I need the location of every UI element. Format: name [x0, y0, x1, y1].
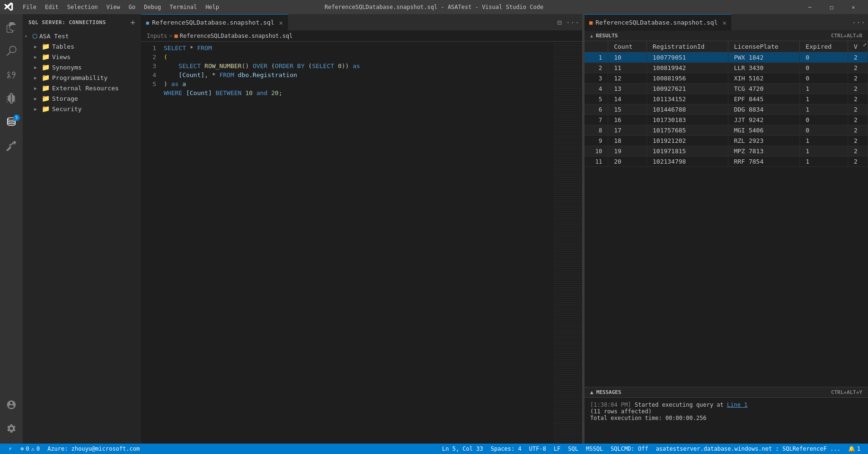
- editor-tab-label: ReferenceSQLDatabase.snapshot.sql: [152, 19, 274, 26]
- external-resources-arrow: ▶: [34, 86, 42, 91]
- results-tab-active[interactable]: ■ ReferenceSQLDatabase.snapshot.sql ✕: [585, 14, 731, 31]
- status-bar: ⚡ ⊗ 0 ⚠ 0 Azure: zhouyu@microsoft.com Ln…: [0, 444, 868, 454]
- breadcrumb-file-label[interactable]: ReferenceSQLDatabase.snapshot.sql: [180, 33, 292, 39]
- activity-badge: 5: [13, 114, 20, 121]
- status-encoding-btn[interactable]: UTF-8: [525, 444, 550, 454]
- minimize-button[interactable]: ─: [799, 0, 821, 14]
- editor-tab-active[interactable]: ◼ ReferenceSQLDatabase.snapshot.sql ✕: [141, 14, 288, 31]
- status-remote-btn[interactable]: ⚡: [4, 444, 17, 454]
- status-db-type-btn[interactable]: MSSQL: [582, 444, 607, 454]
- activity-source-control[interactable]: [0, 63, 23, 86]
- results-table-container[interactable]: Count RegistrationId LicensePlate Expire…: [585, 41, 868, 387]
- msg-line-link[interactable]: Line 1: [727, 402, 747, 408]
- sidebar-item-views[interactable]: ▶ 📁 Views: [30, 52, 141, 62]
- table-row[interactable]: 2 11 100819942 LLR 3430 0 2: [585, 63, 868, 73]
- more-actions-button[interactable]: ···: [567, 17, 578, 28]
- activity-sql-server[interactable]: 5: [0, 111, 23, 133]
- results-section-header: ▲ RESULTS CTRL+ALT+R: [585, 31, 868, 41]
- expand-col-icon[interactable]: ⤢: [863, 42, 867, 47]
- cell-rownum: 1: [585, 52, 608, 63]
- results-section-title: RESULTS: [596, 33, 618, 39]
- security-arrow: ▶: [34, 106, 42, 112]
- sidebar-item-storage[interactable]: ▶ 📁 Storage: [30, 93, 141, 104]
- activity-search[interactable]: [0, 40, 23, 62]
- activity-explorer[interactable]: [0, 16, 23, 39]
- status-language-btn[interactable]: SQL: [564, 444, 582, 454]
- activity-account[interactable]: [0, 393, 23, 416]
- col-header-v[interactable]: V ⤢: [848, 41, 868, 52]
- cell-registrationid: 101971815: [647, 146, 728, 157]
- menu-file[interactable]: File: [19, 2, 40, 12]
- activity-extensions[interactable]: [0, 134, 23, 157]
- results-tab-close-btn[interactable]: ✕: [723, 19, 726, 26]
- table-row[interactable]: 6 15 101446788 DDG 8834 1 2: [585, 105, 868, 115]
- col-header-expired[interactable]: Expired: [800, 41, 848, 52]
- status-eol-btn[interactable]: LF: [550, 444, 564, 454]
- cell-count: 12: [608, 73, 647, 84]
- sql-file-icon: ◼: [146, 19, 149, 26]
- cell-count: 10: [608, 52, 647, 63]
- results-panel: ■ ReferenceSQLDatabase.snapshot.sql ✕ ··…: [584, 14, 868, 444]
- editor-tab-close[interactable]: ✕: [279, 19, 283, 26]
- database-icon: ⬡: [32, 33, 37, 40]
- table-row[interactable]: 7 16 101730183 JJT 9242 0 2: [585, 115, 868, 125]
- cell-licenseplate: TCG 4720: [728, 84, 800, 94]
- window-controls: ─ □ ✕: [799, 0, 864, 14]
- cell-count: 11: [608, 63, 647, 73]
- cell-licenseplate: RRF 7854: [728, 157, 800, 167]
- tree-root[interactable]: ▾ ⬡ ASA Test: [23, 31, 141, 41]
- add-connection-button[interactable]: +: [131, 18, 135, 27]
- cell-v: 2: [848, 115, 868, 125]
- sidebar-item-programmability[interactable]: ▶ 📁 Programmability: [30, 72, 141, 83]
- status-server-btn[interactable]: asatestserver.database.windows.net : SQL…: [652, 444, 844, 454]
- sidebar-item-synonyms[interactable]: ▶ 📁 Synonyms: [30, 62, 141, 72]
- close-button[interactable]: ✕: [842, 0, 864, 14]
- split-editor-button[interactable]: ⊟: [554, 17, 565, 28]
- table-row[interactable]: 4 13 100927621 TCG 4720 1 2: [585, 84, 868, 94]
- table-row[interactable]: 5 14 101134152 EPF 8445 1 2: [585, 94, 868, 105]
- sidebar-item-security[interactable]: ▶ 📁 Security: [30, 104, 141, 114]
- cell-registrationid: 101730183: [647, 115, 728, 125]
- status-spaces-btn[interactable]: Spaces: 4: [487, 444, 525, 454]
- sidebar-item-tables[interactable]: ▶ 📁 Tables: [30, 41, 141, 52]
- sidebar-item-external-resources[interactable]: ▶ 📁 External Resources: [30, 83, 141, 93]
- table-row[interactable]: 10 19 101971815 MPZ 7813 1 2: [585, 146, 868, 157]
- breadcrumb-inputs[interactable]: Inputs: [147, 33, 167, 39]
- status-errors-btn[interactable]: ⊗ 0 ⚠ 0: [17, 444, 44, 454]
- menu-terminal[interactable]: Terminal: [166, 2, 201, 12]
- col-header-count[interactable]: Count: [608, 41, 647, 52]
- status-bell-btn[interactable]: 🔔 1: [844, 444, 864, 454]
- search-activity-icon: [6, 46, 17, 56]
- table-row[interactable]: 8 17 101757685 MGI 5406 0 2: [585, 125, 868, 136]
- cell-licenseplate: RZL 2923: [728, 136, 800, 146]
- messages-collapse-icon[interactable]: ▲: [590, 389, 593, 395]
- results-header-title: ▲ RESULTS: [590, 33, 618, 39]
- debug-activity-icon: [6, 93, 17, 104]
- col-header-licenseplate[interactable]: LicensePlate: [728, 41, 800, 52]
- status-account-btn[interactable]: Azure: zhouyu@microsoft.com: [44, 444, 143, 454]
- menu-edit[interactable]: Edit: [41, 2, 62, 12]
- status-line-col-btn[interactable]: Ln 5, Col 33: [438, 444, 487, 454]
- menu-view[interactable]: View: [103, 2, 124, 12]
- status-sqlcmd-btn[interactable]: SQLCMD: Off: [607, 444, 652, 454]
- code-content[interactable]: SELECT * FROM ( SELECT ROW_NUMBER() OVER…: [160, 42, 554, 444]
- activity-debug[interactable]: [0, 87, 23, 110]
- folder-external-icon: 📁: [42, 84, 50, 92]
- activity-bar-bottom: [0, 393, 23, 444]
- menu-help[interactable]: Help: [202, 2, 223, 12]
- menu-debug[interactable]: Debug: [140, 2, 165, 12]
- table-row[interactable]: 11 20 102134798 RRF 7854 1 2: [585, 157, 868, 167]
- results-more-actions-btn[interactable]: ···: [853, 17, 864, 28]
- menu-go[interactable]: Go: [125, 2, 139, 12]
- menu-selection[interactable]: Selection: [63, 2, 102, 12]
- code-editor[interactable]: 1 2 3 4 5 SELECT * FROM ( SELECT ROW_NUM…: [141, 42, 582, 444]
- results-collapse-icon[interactable]: ▲: [590, 33, 593, 38]
- table-row[interactable]: 9 18 101921202 RZL 2923 1 2: [585, 136, 868, 146]
- table-row[interactable]: 3 12 100881956 XIH 5162 0 2: [585, 73, 868, 84]
- maximize-button[interactable]: □: [821, 0, 842, 14]
- extensions-activity-icon: [6, 140, 17, 151]
- col-header-registrationid[interactable]: RegistrationId: [647, 41, 728, 52]
- results-tab-file-icon: ■: [589, 19, 593, 26]
- table-row[interactable]: 1 10 100779051 PWX 1842 0 2: [585, 52, 868, 63]
- activity-settings[interactable]: [0, 417, 23, 440]
